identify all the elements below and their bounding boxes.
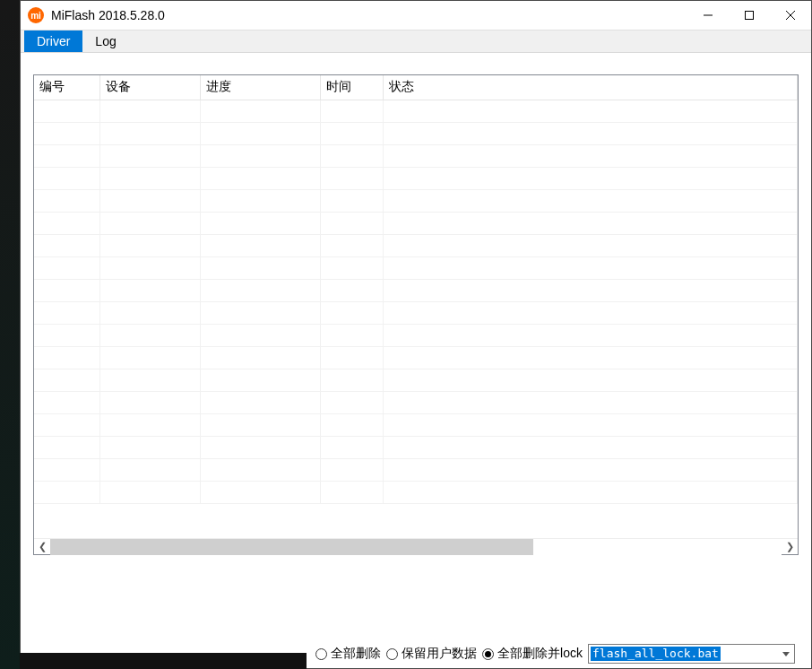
table-cell xyxy=(201,190,321,212)
table-cell xyxy=(321,482,384,503)
table-cell xyxy=(100,280,201,301)
table-cell xyxy=(100,100,201,122)
col-time[interactable]: 时间 xyxy=(321,75,384,100)
table-cell xyxy=(34,325,100,346)
horizontal-scrollbar[interactable]: ❮ ❯ xyxy=(34,538,798,554)
desktop-background-strip xyxy=(20,653,307,669)
table-cell xyxy=(321,145,384,167)
table-cell xyxy=(100,392,201,413)
table-cell xyxy=(201,257,321,279)
table-cell xyxy=(100,414,201,436)
table-cell xyxy=(201,414,321,436)
scroll-track[interactable] xyxy=(50,539,782,555)
table-cell xyxy=(34,190,100,212)
table-cell xyxy=(34,123,100,144)
radio-clean-all[interactable]: 全部删除 xyxy=(315,646,381,662)
table-cell xyxy=(384,145,798,167)
table-cell xyxy=(384,280,798,301)
col-id[interactable]: 编号 xyxy=(34,75,100,100)
table-row[interactable] xyxy=(34,325,798,347)
table-cell xyxy=(201,482,321,503)
scroll-left-arrow-icon[interactable]: ❮ xyxy=(34,539,50,555)
menu-driver[interactable]: Driver xyxy=(24,30,82,52)
svg-rect-0 xyxy=(746,12,754,20)
table-row[interactable] xyxy=(34,123,798,145)
table-cell xyxy=(100,123,201,144)
table-row[interactable] xyxy=(34,437,798,459)
table-cell xyxy=(100,168,201,189)
table-row[interactable] xyxy=(34,100,798,123)
script-combobox[interactable]: flash_all_lock.bat xyxy=(588,644,795,664)
col-status[interactable]: 状态 xyxy=(384,75,798,100)
table-cell xyxy=(100,369,201,391)
table-row[interactable] xyxy=(34,213,798,235)
table-cell xyxy=(201,347,321,369)
app-icon: mi xyxy=(28,7,44,23)
maximize-button[interactable] xyxy=(729,1,770,30)
radio-save-user-data[interactable]: 保留用户数据 xyxy=(386,646,477,662)
table-cell xyxy=(384,302,798,324)
table-cell xyxy=(100,213,201,234)
table-cell xyxy=(34,145,100,167)
table-cell xyxy=(321,414,384,436)
table-row[interactable] xyxy=(34,482,798,504)
table-row[interactable] xyxy=(34,392,798,414)
table-row[interactable] xyxy=(34,302,798,325)
table-cell xyxy=(321,168,384,189)
table-row[interactable] xyxy=(34,414,798,437)
table-cell xyxy=(384,347,798,369)
scroll-thumb[interactable] xyxy=(50,539,533,555)
table-cell xyxy=(34,414,100,436)
table-cell xyxy=(34,168,100,189)
radio-label: 全部删除并lock xyxy=(497,646,583,662)
table-cell xyxy=(321,437,384,458)
table-cell xyxy=(321,123,384,144)
radio-label: 全部删除 xyxy=(331,646,381,662)
radio-dot-icon xyxy=(386,648,398,660)
col-device[interactable]: 设备 xyxy=(100,75,201,100)
table-row[interactable] xyxy=(34,459,798,482)
table-cell xyxy=(201,123,321,144)
close-button[interactable] xyxy=(770,1,811,30)
table-cell xyxy=(201,213,321,234)
table-cell xyxy=(201,302,321,324)
table-cell xyxy=(321,369,384,391)
table-cell xyxy=(201,100,321,122)
table-cell xyxy=(100,257,201,279)
table-row[interactable] xyxy=(34,347,798,369)
table-cell xyxy=(34,437,100,458)
table-row[interactable] xyxy=(34,257,798,280)
radio-label: 保留用户数据 xyxy=(402,646,477,662)
table-cell xyxy=(34,482,100,503)
table-row[interactable] xyxy=(34,235,798,257)
radio-clean-all-lock[interactable]: 全部删除并lock xyxy=(482,646,583,662)
table-cell xyxy=(100,347,201,369)
minimize-button[interactable] xyxy=(687,1,729,30)
table-row[interactable] xyxy=(34,280,798,302)
table-cell xyxy=(384,325,798,346)
table-cell xyxy=(100,302,201,324)
table-cell xyxy=(201,325,321,346)
table-row[interactable] xyxy=(34,145,798,168)
col-progress[interactable]: 进度 xyxy=(201,75,321,100)
table-cell xyxy=(321,392,384,413)
table-cell xyxy=(321,213,384,234)
titlebar[interactable]: mi MiFlash 2018.5.28.0 xyxy=(21,1,811,30)
table-cell xyxy=(384,123,798,144)
table-row[interactable] xyxy=(34,369,798,392)
table-cell xyxy=(384,235,798,256)
table-row[interactable] xyxy=(34,190,798,213)
table-cell xyxy=(100,482,201,503)
table-cell xyxy=(384,213,798,234)
table-cell xyxy=(321,257,384,279)
table-cell xyxy=(34,257,100,279)
table-cell xyxy=(34,280,100,301)
table-cell xyxy=(384,414,798,436)
table-cell xyxy=(201,168,321,189)
table-cell xyxy=(384,482,798,503)
menu-log[interactable]: Log xyxy=(82,30,128,52)
table-row[interactable] xyxy=(34,168,798,190)
table-cell xyxy=(34,347,100,369)
scroll-right-arrow-icon[interactable]: ❯ xyxy=(782,539,798,555)
chevron-down-icon[interactable] xyxy=(778,645,794,663)
